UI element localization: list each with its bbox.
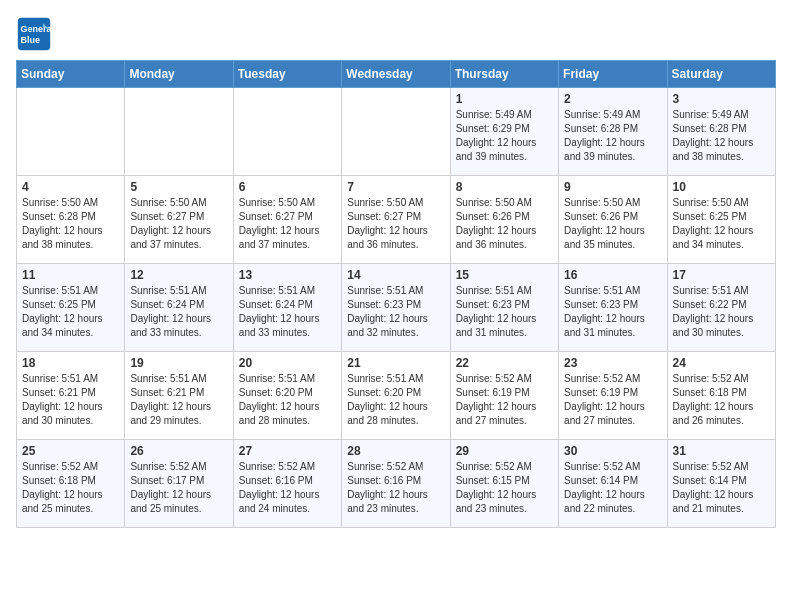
- day-info: Sunrise: 5:52 AM Sunset: 6:18 PM Dayligh…: [22, 460, 119, 516]
- day-info: Sunrise: 5:51 AM Sunset: 6:23 PM Dayligh…: [347, 284, 444, 340]
- header-sunday: Sunday: [17, 61, 125, 88]
- day-number: 9: [564, 180, 661, 194]
- calendar-cell: 12Sunrise: 5:51 AM Sunset: 6:24 PM Dayli…: [125, 264, 233, 352]
- calendar-table: SundayMondayTuesdayWednesdayThursdayFrid…: [16, 60, 776, 528]
- calendar-header-row: SundayMondayTuesdayWednesdayThursdayFrid…: [17, 61, 776, 88]
- day-number: 16: [564, 268, 661, 282]
- day-number: 8: [456, 180, 553, 194]
- day-info: Sunrise: 5:52 AM Sunset: 6:15 PM Dayligh…: [456, 460, 553, 516]
- calendar-cell: 16Sunrise: 5:51 AM Sunset: 6:23 PM Dayli…: [559, 264, 667, 352]
- day-info: Sunrise: 5:49 AM Sunset: 6:28 PM Dayligh…: [564, 108, 661, 164]
- day-number: 5: [130, 180, 227, 194]
- calendar-cell: [233, 88, 341, 176]
- day-number: 7: [347, 180, 444, 194]
- day-info: Sunrise: 5:50 AM Sunset: 6:25 PM Dayligh…: [673, 196, 770, 252]
- day-info: Sunrise: 5:51 AM Sunset: 6:21 PM Dayligh…: [130, 372, 227, 428]
- calendar-cell: 27Sunrise: 5:52 AM Sunset: 6:16 PM Dayli…: [233, 440, 341, 528]
- day-number: 17: [673, 268, 770, 282]
- logo-icon: General Blue: [16, 16, 52, 52]
- calendar-cell: 24Sunrise: 5:52 AM Sunset: 6:18 PM Dayli…: [667, 352, 775, 440]
- calendar-cell: 4Sunrise: 5:50 AM Sunset: 6:28 PM Daylig…: [17, 176, 125, 264]
- day-number: 24: [673, 356, 770, 370]
- day-number: 10: [673, 180, 770, 194]
- day-info: Sunrise: 5:50 AM Sunset: 6:28 PM Dayligh…: [22, 196, 119, 252]
- day-number: 2: [564, 92, 661, 106]
- calendar-cell: 28Sunrise: 5:52 AM Sunset: 6:16 PM Dayli…: [342, 440, 450, 528]
- calendar-cell: 11Sunrise: 5:51 AM Sunset: 6:25 PM Dayli…: [17, 264, 125, 352]
- day-number: 1: [456, 92, 553, 106]
- day-info: Sunrise: 5:49 AM Sunset: 6:29 PM Dayligh…: [456, 108, 553, 164]
- day-number: 23: [564, 356, 661, 370]
- day-number: 18: [22, 356, 119, 370]
- day-info: Sunrise: 5:51 AM Sunset: 6:24 PM Dayligh…: [130, 284, 227, 340]
- day-info: Sunrise: 5:52 AM Sunset: 6:14 PM Dayligh…: [673, 460, 770, 516]
- day-info: Sunrise: 5:51 AM Sunset: 6:22 PM Dayligh…: [673, 284, 770, 340]
- header-thursday: Thursday: [450, 61, 558, 88]
- calendar-cell: 19Sunrise: 5:51 AM Sunset: 6:21 PM Dayli…: [125, 352, 233, 440]
- calendar-cell: 6Sunrise: 5:50 AM Sunset: 6:27 PM Daylig…: [233, 176, 341, 264]
- calendar-cell: 1Sunrise: 5:49 AM Sunset: 6:29 PM Daylig…: [450, 88, 558, 176]
- day-info: Sunrise: 5:50 AM Sunset: 6:26 PM Dayligh…: [456, 196, 553, 252]
- day-number: 26: [130, 444, 227, 458]
- calendar-cell: 13Sunrise: 5:51 AM Sunset: 6:24 PM Dayli…: [233, 264, 341, 352]
- svg-text:Blue: Blue: [21, 35, 41, 45]
- day-info: Sunrise: 5:50 AM Sunset: 6:26 PM Dayligh…: [564, 196, 661, 252]
- day-info: Sunrise: 5:51 AM Sunset: 6:23 PM Dayligh…: [456, 284, 553, 340]
- day-number: 28: [347, 444, 444, 458]
- day-info: Sunrise: 5:51 AM Sunset: 6:20 PM Dayligh…: [347, 372, 444, 428]
- calendar-cell: 10Sunrise: 5:50 AM Sunset: 6:25 PM Dayli…: [667, 176, 775, 264]
- calendar-cell: 18Sunrise: 5:51 AM Sunset: 6:21 PM Dayli…: [17, 352, 125, 440]
- calendar-cell: 15Sunrise: 5:51 AM Sunset: 6:23 PM Dayli…: [450, 264, 558, 352]
- day-number: 22: [456, 356, 553, 370]
- calendar-cell: 8Sunrise: 5:50 AM Sunset: 6:26 PM Daylig…: [450, 176, 558, 264]
- day-info: Sunrise: 5:51 AM Sunset: 6:20 PM Dayligh…: [239, 372, 336, 428]
- header: General Blue: [16, 16, 776, 52]
- header-friday: Friday: [559, 61, 667, 88]
- day-number: 29: [456, 444, 553, 458]
- day-number: 25: [22, 444, 119, 458]
- calendar-cell: [17, 88, 125, 176]
- header-wednesday: Wednesday: [342, 61, 450, 88]
- calendar-cell: 5Sunrise: 5:50 AM Sunset: 6:27 PM Daylig…: [125, 176, 233, 264]
- day-info: Sunrise: 5:52 AM Sunset: 6:16 PM Dayligh…: [239, 460, 336, 516]
- header-saturday: Saturday: [667, 61, 775, 88]
- day-info: Sunrise: 5:51 AM Sunset: 6:23 PM Dayligh…: [564, 284, 661, 340]
- day-number: 14: [347, 268, 444, 282]
- calendar-cell: 9Sunrise: 5:50 AM Sunset: 6:26 PM Daylig…: [559, 176, 667, 264]
- calendar-cell: [125, 88, 233, 176]
- calendar-week-row: 18Sunrise: 5:51 AM Sunset: 6:21 PM Dayli…: [17, 352, 776, 440]
- header-monday: Monday: [125, 61, 233, 88]
- calendar-cell: 7Sunrise: 5:50 AM Sunset: 6:27 PM Daylig…: [342, 176, 450, 264]
- day-info: Sunrise: 5:49 AM Sunset: 6:28 PM Dayligh…: [673, 108, 770, 164]
- calendar-cell: 31Sunrise: 5:52 AM Sunset: 6:14 PM Dayli…: [667, 440, 775, 528]
- day-info: Sunrise: 5:51 AM Sunset: 6:21 PM Dayligh…: [22, 372, 119, 428]
- day-info: Sunrise: 5:50 AM Sunset: 6:27 PM Dayligh…: [239, 196, 336, 252]
- day-number: 30: [564, 444, 661, 458]
- calendar-week-row: 25Sunrise: 5:52 AM Sunset: 6:18 PM Dayli…: [17, 440, 776, 528]
- calendar-week-row: 4Sunrise: 5:50 AM Sunset: 6:28 PM Daylig…: [17, 176, 776, 264]
- calendar-cell: 25Sunrise: 5:52 AM Sunset: 6:18 PM Dayli…: [17, 440, 125, 528]
- calendar-cell: 20Sunrise: 5:51 AM Sunset: 6:20 PM Dayli…: [233, 352, 341, 440]
- logo: General Blue: [16, 16, 52, 52]
- day-info: Sunrise: 5:52 AM Sunset: 6:16 PM Dayligh…: [347, 460, 444, 516]
- calendar-cell: [342, 88, 450, 176]
- day-number: 13: [239, 268, 336, 282]
- day-number: 3: [673, 92, 770, 106]
- day-number: 6: [239, 180, 336, 194]
- calendar-week-row: 1Sunrise: 5:49 AM Sunset: 6:29 PM Daylig…: [17, 88, 776, 176]
- calendar-cell: 17Sunrise: 5:51 AM Sunset: 6:22 PM Dayli…: [667, 264, 775, 352]
- day-number: 19: [130, 356, 227, 370]
- calendar-cell: 30Sunrise: 5:52 AM Sunset: 6:14 PM Dayli…: [559, 440, 667, 528]
- day-number: 11: [22, 268, 119, 282]
- day-info: Sunrise: 5:52 AM Sunset: 6:19 PM Dayligh…: [456, 372, 553, 428]
- day-number: 27: [239, 444, 336, 458]
- calendar-cell: 21Sunrise: 5:51 AM Sunset: 6:20 PM Dayli…: [342, 352, 450, 440]
- day-number: 21: [347, 356, 444, 370]
- calendar-cell: 3Sunrise: 5:49 AM Sunset: 6:28 PM Daylig…: [667, 88, 775, 176]
- calendar-cell: 23Sunrise: 5:52 AM Sunset: 6:19 PM Dayli…: [559, 352, 667, 440]
- day-info: Sunrise: 5:52 AM Sunset: 6:19 PM Dayligh…: [564, 372, 661, 428]
- day-info: Sunrise: 5:52 AM Sunset: 6:17 PM Dayligh…: [130, 460, 227, 516]
- day-info: Sunrise: 5:50 AM Sunset: 6:27 PM Dayligh…: [130, 196, 227, 252]
- day-number: 31: [673, 444, 770, 458]
- calendar-cell: 14Sunrise: 5:51 AM Sunset: 6:23 PM Dayli…: [342, 264, 450, 352]
